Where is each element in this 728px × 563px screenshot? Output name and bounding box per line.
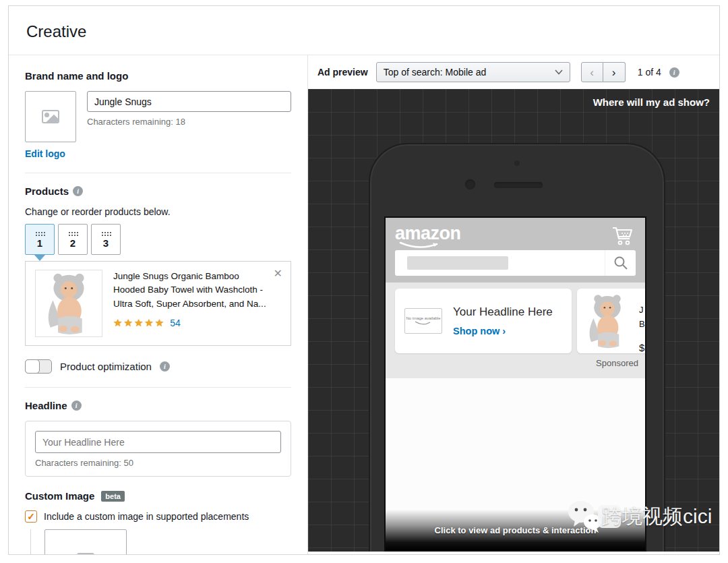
sponsored-label: Sponsored xyxy=(395,358,645,368)
edit-logo-link[interactable]: Edit logo xyxy=(25,148,65,159)
product-title: Jungle Snugs Organic Bamboo Hooded Baby … xyxy=(113,270,272,311)
where-will-my-ad-show-link[interactable]: Where will my ad show? xyxy=(593,96,710,108)
drag-handle-icon xyxy=(68,231,78,236)
no-image-thumbnail: No image available xyxy=(404,308,442,334)
ad-results-band: No image available Your Headline Here Sh… xyxy=(386,283,645,378)
headline-chars-remaining: Characters remaining: 50 xyxy=(35,458,281,468)
custom-image-checkbox[interactable] xyxy=(25,510,37,523)
product-optimization-info-icon[interactable] xyxy=(160,361,170,372)
product-tab-1-label: 1 xyxy=(37,238,42,248)
products-section-label: Products xyxy=(25,185,69,197)
phone-speaker xyxy=(494,182,543,188)
brand-section-label: Brand name and logo xyxy=(25,70,128,82)
custom-image-section-label: Custom Image xyxy=(25,490,94,502)
watermark-text: 跨境视频cici xyxy=(602,503,712,531)
panel-header: Creative xyxy=(9,6,719,55)
brand-name-input[interactable] xyxy=(87,91,291,112)
phone-mockup: amazon xyxy=(369,143,665,552)
product-optimization-label: Product optimization xyxy=(60,361,152,372)
pagination-info-icon[interactable] xyxy=(669,67,679,78)
headline-ad-card[interactable]: No image available Your Headline Here Sh… xyxy=(395,289,572,353)
placement-selected-value: Top of search: Mobile ad xyxy=(384,67,487,78)
product-image xyxy=(35,270,102,337)
headline-box: Characters remaining: 50 xyxy=(25,421,291,477)
product-tab-1[interactable]: 1 xyxy=(25,224,55,255)
headline-section-label: Headline xyxy=(25,400,67,411)
clipped-title-line2: B xyxy=(639,318,645,332)
divider xyxy=(25,387,291,388)
placement-dropdown[interactable]: Top of search: Mobile ad xyxy=(376,62,570,82)
beta-badge: beta xyxy=(101,491,125,502)
watermark: 跨境视频cici xyxy=(567,499,712,534)
cart-icon[interactable] xyxy=(611,226,634,246)
amazon-smile-icon xyxy=(415,321,432,326)
screen-content-area xyxy=(386,378,645,509)
previous-preview-button[interactable]: ‹ xyxy=(581,62,603,82)
image-placeholder-icon xyxy=(42,110,59,123)
custom-image-checkbox-label: Include a custom image in supported plac… xyxy=(44,511,249,522)
preview-pagination: 1 of 4 xyxy=(638,67,661,78)
product-tab-2[interactable]: 2 xyxy=(58,224,88,255)
star-rating-icon: ★★★★★ xyxy=(113,317,165,329)
search-button[interactable] xyxy=(605,250,636,276)
search-input[interactable] xyxy=(395,250,636,276)
product-card: Jungle Snugs Organic Bamboo Hooded Baby … xyxy=(25,261,291,346)
amazon-header: amazon xyxy=(386,218,645,283)
creative-form: Brand name and logo Edit logo Characters… xyxy=(9,55,307,554)
drag-handle-icon xyxy=(101,231,111,236)
next-preview-button[interactable]: › xyxy=(603,62,626,82)
products-info-icon[interactable] xyxy=(73,186,83,196)
brand-chars-remaining: Characters remaining: 18 xyxy=(87,117,291,127)
ad-headline-text: Your Headline Here xyxy=(453,305,553,319)
review-count-link[interactable]: 54 xyxy=(170,318,181,328)
page-title: Creative xyxy=(26,22,702,41)
creative-panel: Creative Brand name and logo Edit logo C… xyxy=(8,5,720,555)
headline-info-icon[interactable] xyxy=(71,401,82,411)
search-icon xyxy=(613,256,628,270)
clipped-title-line1: J xyxy=(639,303,645,318)
remove-product-icon[interactable] xyxy=(274,268,282,279)
brand-logo-placeholder[interactable] xyxy=(25,91,76,142)
shop-now-link[interactable]: Shop now › xyxy=(453,326,506,336)
image-placeholder-icon xyxy=(77,553,94,554)
product-tab-3-label: 3 xyxy=(103,238,109,248)
brand-section-title: Brand name and logo xyxy=(25,70,291,82)
product-tabs: 1 2 3 xyxy=(25,224,291,255)
baby-towel-photo xyxy=(40,272,98,335)
search-placeholder-block xyxy=(407,256,508,270)
chevron-down-icon xyxy=(555,69,563,75)
no-image-text: No image available xyxy=(406,316,440,322)
amazon-logo: amazon xyxy=(395,225,461,243)
preview-toolbar: Ad preview Top of search: Mobile ad ‹ › … xyxy=(308,55,719,89)
preview-stage: Where will my ad show? amazon xyxy=(308,89,719,552)
baby-towel-photo xyxy=(582,293,632,349)
product-tab-2-label: 2 xyxy=(70,238,75,248)
ad-preview-panel: Ad preview Top of search: Mobile ad ‹ › … xyxy=(307,55,719,554)
product-tab-3[interactable]: 3 xyxy=(91,224,121,255)
custom-image-placeholder[interactable] xyxy=(44,529,127,554)
divider xyxy=(25,173,291,173)
drag-handle-icon xyxy=(35,231,45,236)
headline-input[interactable] xyxy=(35,431,281,453)
phone-camera-icon xyxy=(465,179,475,189)
selected-tab-arrow xyxy=(34,255,45,261)
product-ad-card-clipped[interactable]: J B $ xyxy=(577,289,646,353)
toggle-knob xyxy=(25,359,40,374)
phone-sensor-dot xyxy=(514,160,520,166)
products-instruction: Change or reorder products below. xyxy=(25,206,291,217)
clipped-price: $ xyxy=(639,340,645,356)
ad-preview-label: Ad preview xyxy=(317,67,368,78)
product-optimization-toggle[interactable] xyxy=(25,359,52,374)
